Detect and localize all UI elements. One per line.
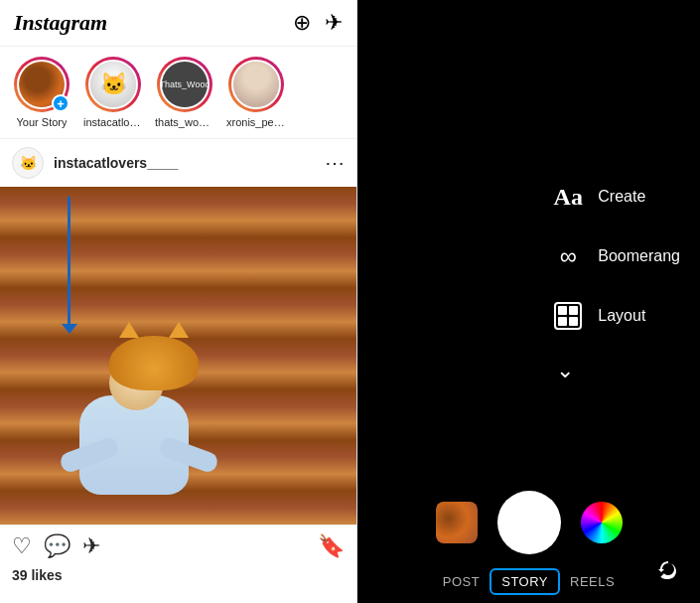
blue-arrow (68, 197, 70, 326)
direct-messages-icon[interactable]: ✈ (325, 10, 343, 36)
boomerang-icon: ∞ (550, 238, 586, 274)
camera-options-menu: Aa Create ∞ Boomerang Layout ⌄ (550, 179, 680, 383)
story-avatar-4 (231, 60, 281, 109)
story-item-thats-wood[interactable]: Thats_Wood thats_wood_ (155, 57, 214, 128)
tab-reels[interactable]: REELS (560, 568, 625, 595)
camera-bottom-controls: POST STORY REELS (357, 491, 700, 603)
camera-flip-button[interactable] (650, 553, 686, 589)
story-avatar-wrap-3: Thats_Wood (157, 57, 212, 112)
shutter-controls-row (357, 491, 700, 554)
story-item-instacatlovers[interactable]: 🐱 instacatlovers... (83, 57, 143, 128)
camera-panel: Aa Create ∞ Boomerang Layout ⌄ (357, 0, 700, 603)
stories-row: + Your Story 🐱 instacatlovers... Thats_W… (0, 47, 356, 139)
layout-icon-wrap (550, 298, 586, 334)
post-username[interactable]: instacatlovers____ (54, 155, 315, 171)
boomerang-option[interactable]: ∞ Boomerang (550, 238, 680, 274)
bookmark-icon[interactable]: 🔖 (318, 533, 345, 559)
wood-avatar-image: Thats_Wood (160, 60, 210, 109)
boomerang-label: Boomerang (598, 247, 680, 265)
story-ring-3: Thats_Wood (157, 57, 212, 112)
like-icon[interactable]: ♡ (12, 533, 32, 559)
post-image (0, 187, 356, 525)
chevron-down-icon: ⌄ (556, 358, 574, 382)
tab-post[interactable]: POST (433, 568, 490, 595)
app-header: Instagram ⊕ ✈ (0, 0, 356, 47)
story-item-xronis[interactable]: xronis_pegk_... (226, 57, 286, 128)
shutter-button[interactable] (497, 491, 561, 554)
post-user-avatar[interactable]: 🐱 (12, 147, 44, 179)
header-actions: ⊕ ✈ (293, 10, 343, 36)
create-option[interactable]: Aa Create (550, 179, 680, 215)
add-post-icon[interactable]: ⊕ (293, 10, 311, 36)
color-picker-button[interactable] (581, 502, 623, 543)
your-story-label: Your Story (17, 116, 68, 128)
layout-label: Layout (598, 307, 645, 325)
layout-option[interactable]: Layout (550, 298, 680, 334)
layout-icon (554, 302, 582, 330)
app-logo: Instagram (14, 10, 107, 36)
share-icon[interactable]: ✈ (82, 533, 100, 559)
create-icon: Aa (550, 179, 586, 215)
story-avatar-wrap-4 (228, 57, 284, 112)
story-ring-2: 🐱 (85, 57, 141, 112)
post-header: 🐱 instacatlovers____ ⋯ (0, 139, 356, 187)
story-avatar-wrap-2: 🐱 (85, 57, 141, 112)
story-label-3: thats_wood_ (155, 116, 214, 128)
your-story-avatar-wrap: + (14, 57, 70, 112)
post-options-icon[interactable]: ⋯ (325, 151, 345, 175)
instagram-feed: Instagram ⊕ ✈ + Your Story (0, 0, 357, 603)
your-story-item[interactable]: + Your Story (12, 57, 71, 128)
tab-story[interactable]: STORY (490, 568, 560, 595)
cat-figure (109, 336, 199, 405)
gallery-thumbnail[interactable] (436, 502, 478, 543)
story-avatar-2: 🐱 (88, 60, 138, 109)
story-label-2: instacatlovers... (83, 116, 143, 128)
person-avatar-image (233, 60, 279, 109)
post-actions: ♡ 💬 ✈ 🔖 (0, 525, 356, 567)
story-avatar-3: Thats_Wood (160, 60, 210, 109)
comment-icon[interactable]: 💬 (44, 533, 70, 559)
more-options-chevron[interactable]: ⌄ (556, 358, 680, 383)
likes-count: 39 likes (0, 567, 356, 591)
camera-mode-tabs: POST STORY REELS (357, 568, 700, 595)
create-label: Create (598, 188, 645, 206)
story-label-4: xronis_pegk_... (226, 116, 286, 128)
cat-avatar-image: 🐱 (90, 60, 136, 109)
add-story-badge: + (52, 94, 70, 112)
story-ring-4 (228, 57, 284, 112)
